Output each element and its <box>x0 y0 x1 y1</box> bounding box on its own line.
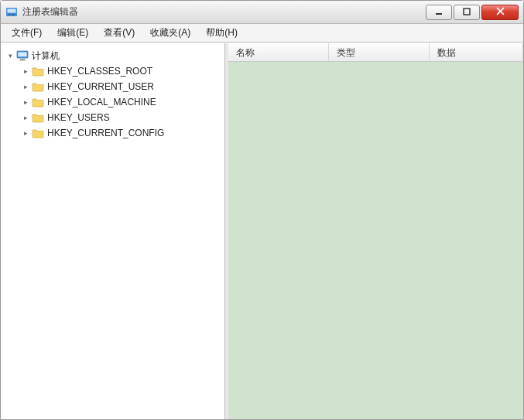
folder-icon <box>32 111 44 124</box>
expander-open-icon[interactable]: ▾ <box>5 51 15 60</box>
folder-icon <box>32 96 44 108</box>
expander-closed-icon[interactable]: ▸ <box>21 113 30 122</box>
title-bar[interactable]: 注册表编辑器 <box>1 1 523 24</box>
close-button[interactable] <box>481 5 519 20</box>
tree-node-label: HKEY_USERS <box>47 112 110 123</box>
tree-node-label: HKEY_CURRENT_USER <box>47 81 154 92</box>
tree-node-label: 计算机 <box>32 50 60 63</box>
list-body[interactable] <box>228 62 523 419</box>
close-icon <box>496 7 505 17</box>
menu-view[interactable]: 查看(V) <box>96 24 142 42</box>
tree-children: ▸ HKEY_CLASSES_ROOT ▸ HKEY_CURRENT_USER <box>4 63 221 141</box>
tree-root: ▾ 计算机 ▸ <box>4 48 221 141</box>
tree-pane[interactable]: ▾ 计算机 ▸ <box>1 43 225 419</box>
svg-rect-8 <box>20 59 25 60</box>
menu-label: 帮助(H) <box>206 26 238 39</box>
svg-rect-1 <box>8 9 16 12</box>
menu-favorites[interactable]: 收藏夹(A) <box>142 24 198 42</box>
svg-rect-5 <box>464 9 470 15</box>
column-header-name[interactable]: 名称 <box>228 43 329 61</box>
maximize-icon <box>463 8 471 17</box>
folder-icon <box>32 127 44 139</box>
column-label: 类型 <box>337 47 355 58</box>
expander-closed-icon[interactable]: ▸ <box>21 97 30 107</box>
menu-edit[interactable]: 编辑(E) <box>50 24 96 42</box>
tree-node-hkey-current-user[interactable]: ▸ HKEY_CURRENT_USER <box>19 79 221 94</box>
menu-bar: 文件(F) 编辑(E) 查看(V) 收藏夹(A) 帮助(H) <box>1 24 523 43</box>
menu-label: 查看(V) <box>104 26 135 39</box>
tree-node-label: HKEY_CURRENT_CONFIG <box>47 128 164 138</box>
tree-node-hkey-local-machine[interactable]: ▸ HKEY_LOCAL_MACHINE <box>19 94 221 110</box>
svg-rect-3 <box>12 14 15 15</box>
menu-file[interactable]: 文件(F) <box>4 24 50 42</box>
tree-node-computer[interactable]: ▾ 计算机 <box>4 48 221 63</box>
svg-rect-9 <box>19 60 26 61</box>
tree-node-hkey-current-config[interactable]: ▸ HKEY_CURRENT_CONFIG <box>19 125 221 141</box>
tree-node-label: HKEY_LOCAL_MACHINE <box>47 97 156 108</box>
svg-rect-2 <box>9 14 11 15</box>
menu-label: 收藏夹(A) <box>150 26 190 39</box>
minimize-icon <box>435 8 443 17</box>
column-label: 数据 <box>437 47 456 58</box>
column-label: 名称 <box>236 47 255 58</box>
minimize-button[interactable] <box>426 5 452 20</box>
window-buttons <box>424 5 519 20</box>
column-header-data[interactable]: 数据 <box>430 43 523 61</box>
expander-closed-icon[interactable]: ▸ <box>21 128 30 138</box>
folder-icon <box>32 80 44 93</box>
menu-label: 编辑(E) <box>57 26 88 39</box>
folder-icon <box>32 65 44 77</box>
tree-node-label: HKEY_CLASSES_ROOT <box>47 66 152 77</box>
registry-editor-window: 注册表编辑器 文件(F) 编辑(E) 查看(V) 收藏夹(A <box>0 0 524 420</box>
tree-node-hkey-classes-root[interactable]: ▸ HKEY_CLASSES_ROOT <box>19 63 221 79</box>
menu-help[interactable]: 帮助(H) <box>198 24 245 42</box>
maximize-button[interactable] <box>454 5 480 20</box>
svg-rect-7 <box>19 53 27 57</box>
tree-node-hkey-users[interactable]: ▸ HKEY_USERS <box>19 110 221 125</box>
app-icon <box>5 6 18 19</box>
list-header: 名称 类型 数据 <box>228 43 523 62</box>
menu-label: 文件(F) <box>12 26 42 39</box>
expander-closed-icon[interactable]: ▸ <box>21 67 30 76</box>
svg-rect-4 <box>436 13 442 15</box>
computer-icon <box>16 50 29 62</box>
content-area: ▾ 计算机 ▸ <box>1 43 523 419</box>
list-pane: 名称 类型 数据 <box>228 43 523 419</box>
column-header-type[interactable]: 类型 <box>329 43 430 61</box>
window-title: 注册表编辑器 <box>22 5 78 19</box>
expander-closed-icon[interactable]: ▸ <box>21 82 30 91</box>
